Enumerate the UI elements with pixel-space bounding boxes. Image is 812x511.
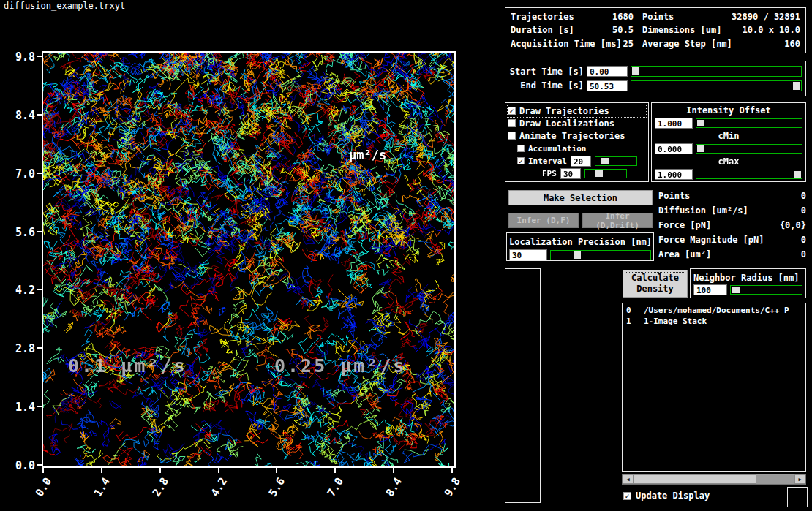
accumulation-checkbox[interactable] (517, 145, 525, 152)
points-stat-value: 0 (801, 191, 806, 201)
accumulation-row[interactable]: Accumulation (508, 143, 646, 154)
force-stat-label: Force [pN] (658, 220, 711, 230)
dimensions-label: Dimensions [um] (642, 25, 721, 35)
dimensions-value: 10.0 x 10.0 (743, 25, 800, 35)
file-list-horizontal-scrollbar[interactable]: ◀ ▶ (622, 474, 806, 485)
y-tick-label: 2.8 (4, 342, 35, 354)
x-tick-label: 9.8 (440, 475, 462, 501)
update-display-label: Update Display (636, 491, 710, 501)
end-time-slider[interactable] (631, 80, 802, 91)
average-step-label: Average Step [nm] (642, 39, 732, 49)
interval-slider-handle[interactable] (601, 158, 609, 164)
trajectory-canvas[interactable] (43, 53, 454, 466)
localization-precision-input[interactable]: 30 (509, 249, 547, 260)
fps-row[interactable]: FPS 30 (508, 167, 646, 179)
draw-localizations-row[interactable]: Draw Localizations (508, 118, 646, 129)
draw-trajectories-label: Draw Trajectories (519, 106, 609, 116)
animate-trajectories-checkbox[interactable] (508, 132, 516, 140)
start-time-slider-handle[interactable] (632, 67, 639, 75)
y-tick-mark (37, 114, 42, 116)
infer-df-button[interactable]: Infer (D,F) (508, 213, 579, 228)
end-time-slider-handle[interactable] (793, 82, 800, 90)
force-stat-value: {0,0} (780, 220, 806, 230)
cmin-input[interactable]: 0.000 (655, 143, 693, 154)
y-tick-label: 7.0 (4, 167, 35, 179)
start-time-input[interactable]: 0.00 (587, 66, 628, 77)
cmin-slider-handle[interactable] (697, 145, 704, 152)
localization-precision-slider-handle[interactable] (574, 251, 581, 259)
interval-row[interactable]: ✓ Interval 20 (508, 155, 646, 167)
interval-slider[interactable] (595, 156, 637, 166)
make-selection-button[interactable]: Make Selection (508, 190, 653, 205)
y-tick-label: 9.8 (4, 50, 35, 62)
y-tick-mark (37, 173, 42, 174)
calculate-density-label-line1: Calculate (631, 273, 679, 284)
y-tick-label: 1.4 (4, 401, 35, 412)
draw-options-panel: ✓ Draw Trajectories Draw Localizations A… (505, 102, 649, 182)
colorbar-unit-label: μm²/s (349, 148, 386, 162)
interval-input[interactable]: 20 (571, 156, 591, 167)
info-row: Acquisition Time [ms]25 Average Step [nm… (511, 39, 800, 49)
diffusion-annotation-left: 0.1 μm²/s (68, 355, 187, 376)
y-tick-label: 4.2 (4, 284, 35, 295)
points-label: Points (642, 12, 674, 22)
draw-trajectories-row[interactable]: ✓ Draw Trajectories (508, 105, 646, 117)
start-time-slider[interactable] (631, 66, 802, 77)
neighbor-radius-slider[interactable] (730, 285, 802, 295)
trajectories-value: 1680 (612, 12, 634, 22)
duration-value: 50.5 (612, 25, 634, 35)
localization-precision-panel: Localization Precision [nm] 30 (506, 232, 654, 261)
cmax-input[interactable]: 1.000 (655, 169, 693, 180)
average-step-value: 160 (784, 39, 800, 49)
draw-trajectories-checkbox[interactable]: ✓ (508, 107, 516, 115)
app-window: diffusion_example.trxyt μm²/s 0.1 μm²/s … (0, 0, 812, 511)
fps-slider[interactable] (584, 169, 627, 178)
cmax-slider[interactable] (696, 170, 802, 179)
intensity-offset-label: Intensity Offset (655, 105, 802, 116)
neighbor-radius-slider-handle[interactable] (732, 287, 740, 293)
intensity-offset-slider[interactable] (696, 118, 802, 128)
end-time-input[interactable]: 50.53 (587, 80, 628, 91)
cmin-slider[interactable] (696, 144, 802, 154)
list-item[interactable]: 1 1-Image Stack (623, 316, 805, 327)
fps-input[interactable]: 30 (560, 168, 581, 179)
scrollbar-thumb[interactable] (634, 474, 756, 484)
x-tick-label: 8.4 (381, 475, 404, 501)
acquisition-time-label: Acquisition Time [ms] (511, 39, 622, 49)
force-magnitude-stat-value: 0 (801, 235, 806, 245)
update-display-row[interactable]: ✓ Update Display (623, 491, 710, 501)
list-item-index: 1 (626, 317, 644, 326)
calculate-density-button[interactable]: Calculate Density (623, 270, 688, 298)
neighbor-radius-input[interactable]: 100 (693, 284, 727, 295)
y-tick-mark (37, 406, 42, 407)
scroll-left-icon[interactable]: ◀ (623, 474, 634, 484)
animate-trajectories-row[interactable]: Animate Trajectories (508, 130, 646, 142)
y-tick-mark (37, 347, 42, 349)
info-row: Duration [s]50.5 Dimensions [um]10.0 x 1… (511, 25, 800, 35)
window-title: diffusion_example.trxyt (4, 1, 125, 11)
display-controls-panel: Intensity Offset 1.000 cMin 0.000 cMax 1… (651, 102, 806, 182)
list-item-index: 0 (626, 306, 644, 315)
end-time-label: End Time [s] (509, 80, 584, 91)
x-tick-mark (159, 468, 161, 473)
scroll-right-icon[interactable]: ▶ (794, 474, 805, 484)
draw-localizations-checkbox[interactable] (508, 119, 516, 127)
localization-precision-slider[interactable] (550, 250, 651, 260)
points-stat-label: Points (658, 191, 690, 201)
intensity-offset-slider-handle[interactable] (697, 120, 704, 126)
cmax-slider-handle[interactable] (794, 171, 801, 178)
corner-box[interactable] (787, 487, 808, 507)
trajectory-plot[interactable]: μm²/s 0.1 μm²/s 0.25 μm²/s (42, 51, 456, 468)
scrollbar-track[interactable] (634, 474, 794, 484)
selection-listbox[interactable] (505, 268, 541, 503)
y-tick-label: 0.0 (4, 459, 35, 471)
interval-checkbox[interactable]: ✓ (517, 157, 525, 164)
list-item[interactable]: 0 /Users/mohamed/Documents/C++ P (623, 305, 805, 316)
update-display-checkbox[interactable]: ✓ (623, 492, 631, 500)
fps-slider-handle[interactable] (595, 170, 603, 177)
infer-ddrift-button[interactable]: Infer (D,Drift) (582, 213, 653, 228)
cmin-label: cMin (655, 131, 802, 141)
intensity-offset-input[interactable]: 1.000 (655, 118, 693, 129)
calculate-density-label-line2: Density (636, 284, 674, 295)
window-title-bar[interactable]: diffusion_example.trxyt (0, 0, 500, 12)
